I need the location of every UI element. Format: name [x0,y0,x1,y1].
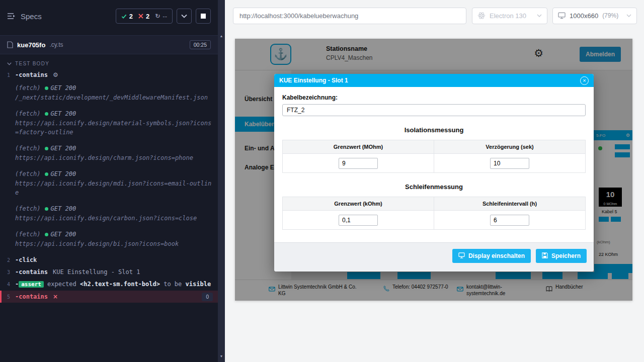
assert-message-part: to be [160,281,186,288]
status-ok-dot-icon [45,207,48,211]
retry-count-badge: 0 [202,293,213,301]
column-header: Schleifenintervall (h) [434,197,586,211]
command-line-number [0,230,15,248]
kue-settings-modal: KUE Einstellung - Slot 1 × Kabelbezeichn… [274,74,594,272]
section-title: Isolationsmessung [282,126,586,134]
fetch-status: GET 200 [45,230,76,239]
command-name: -contains [15,293,48,300]
fetch-status-text: GET 200 [51,83,76,93]
command-row[interactable]: 1-contains⚙ [0,69,218,81]
column-header: Grenzwert (kOhm) [283,197,434,211]
column-header: Grenzwert (MOhm) [283,140,434,154]
stop-icon [201,14,206,19]
modal-title: KUE Einstellung - Slot 1 [279,77,348,84]
command-content: -assertexpected <h2.text-sm.font-bold> t… [15,280,214,289]
command-row[interactable]: (fetch)GET 200https://api.iconify.design… [0,108,218,138]
stop-button[interactable] [196,9,211,24]
aut-pane: Electron 130 1000x660 (79%) ⚓ Stationsna… [225,0,644,362]
test-body-toggle[interactable]: TEST BODY [0,54,218,69]
status-ok-dot-icon [45,112,48,116]
assert-message-part: visible [186,281,211,288]
screen: Specs 2 2 ↻ -- [0,0,644,362]
fetch-request: (fetch)GET 200 [15,109,214,118]
reporter-scrollbar[interactable]: ▲ ▼ [218,0,225,362]
scroll-down-icon[interactable]: ▼ [218,354,225,358]
test-stats: 2 2 ↻ -- [116,9,173,24]
monitor-icon [558,12,566,19]
fetch-label: (fetch) [15,204,41,213]
fetch-request: (fetch)GET 200 [15,169,214,178]
fetch-label: (fetch) [15,230,41,239]
table-cell [283,154,434,173]
fail-x-icon: × [53,293,58,300]
stat-passed: 2 [121,13,133,20]
chevron-down-icon [626,14,631,17]
command-line-number: 5 [2,292,15,301]
command-content: -contains× [15,292,214,301]
browser-selector[interactable]: Electron 130 [472,8,547,24]
url-input[interactable] [233,8,466,24]
modal-footer: Display einschaltenSpeichern [274,242,594,272]
fetch-status: GET 200 [45,109,76,118]
spec-timer: 00:25 [190,40,211,49]
specs-menu[interactable]: Specs [7,12,42,21]
reporter-controls: 2 2 ↻ -- [116,9,211,24]
fetch-label: (fetch) [15,144,41,153]
fetch-status-text: GET 200 [51,204,76,213]
chevron-down-icon [181,14,187,18]
fetch-url: https://api.iconify.design/mdi.json?icon… [15,179,214,197]
spec-file-row[interactable]: kue705fo .cy.ts 00:25 [0,35,218,54]
command-line-number: 3 [0,267,15,277]
value-input[interactable] [490,158,529,169]
value-input[interactable] [339,158,378,169]
command-row[interactable]: (fetch)GET 200/_next/static/development/… [0,82,218,104]
measurement-section: SchleifenmessungGrenzwert (kOhm)Schleife… [282,183,586,230]
chevron-down-icon [537,14,542,17]
display-on-button[interactable]: Display einschalten [452,249,531,263]
command-row[interactable]: (fetch)GET 200https://api.iconify.design… [0,168,218,199]
chevron-down-icon [7,62,12,65]
close-icon[interactable]: × [580,76,589,85]
command-content: -contains⚙ [15,70,214,79]
table-value-row [283,154,586,173]
value-input[interactable] [490,215,529,226]
viewport-selector[interactable]: 1000x660 (79%) [552,8,637,24]
status-ok-dot-icon [45,172,48,176]
assert-message-part: expected [47,281,80,288]
fetch-url: https://api.iconify.design/carbon.json?i… [15,214,214,223]
command-row[interactable]: 5-contains×0 [0,291,218,303]
fetch-status: GET 200 [45,83,76,93]
gear-icon: ⚙ [53,71,58,78]
command-row[interactable]: (fetch)GET 200https://api.iconify.design… [0,203,218,224]
cypress-reporter: Specs 2 2 ↻ -- [0,0,218,362]
fetch-status-text: GET 200 [51,144,76,153]
x-icon [138,14,143,19]
command-line-number: 4 [0,280,15,289]
specs-menu-icon [7,13,16,20]
fetch-request: (fetch)GET 200 [15,144,214,153]
fetch-status: GET 200 [45,144,76,153]
check-icon [121,14,127,19]
topbar-selectors: Electron 130 1000x660 (79%) [472,8,637,24]
command-row[interactable]: 2-click [0,254,218,266]
scroll-up-icon[interactable]: ▲ [218,34,225,38]
save-button[interactable]: Speichern [536,249,587,263]
fetch-label: (fetch) [15,109,41,118]
fetch-label: (fetch) [15,169,41,178]
value-input[interactable] [339,215,378,226]
table-cell [283,211,434,230]
table-header-row: Grenzwert (MOhm)Verzögerung (sek) [283,140,586,154]
test-body-label: TEST BODY [15,61,49,66]
command-row[interactable]: (fetch)GET 200https://api.iconify.design… [0,228,218,250]
electron-icon [477,12,486,20]
save-icon [542,252,548,260]
kabelbezeichnung-input[interactable] [282,104,586,116]
command-row[interactable]: 4-assertexpected <h2.text-sm.font-bold> … [0,278,218,291]
command-row[interactable]: (fetch)GET 200https://api.iconify.design… [0,142,218,164]
command-row[interactable]: 3-containsKUE Einstellung - Slot 1 [0,266,218,278]
fetch-request: (fetch)GET 200 [15,83,214,93]
command-line-number [0,204,15,223]
collapse-button[interactable] [177,9,192,24]
spec-extension: .cy.ts [49,41,63,48]
fetch-url: https://api.iconify.design/bi.json?icons… [15,239,214,248]
